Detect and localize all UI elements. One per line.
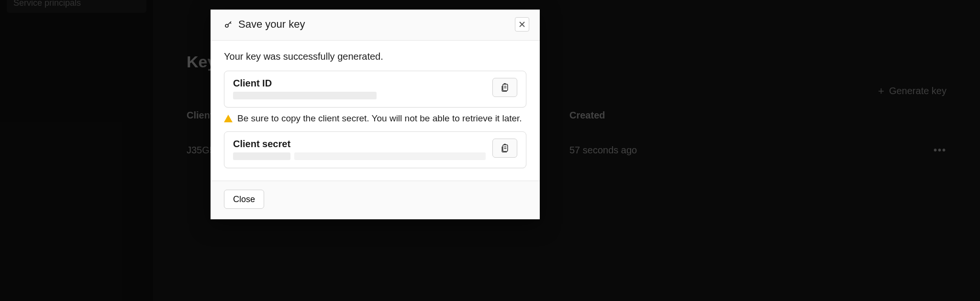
svg-rect-5 [503,84,508,90]
key-icon [224,20,233,29]
close-icon [519,21,525,28]
modal-close-button[interactable] [515,17,529,32]
copy-client-id-button[interactable] [492,78,517,97]
modal-footer: Close [211,181,540,219]
modal-header: Save your key [211,10,540,41]
modal-body: Your key was successfully generated. Cli… [211,41,540,181]
svg-rect-8 [503,145,508,151]
warning-row: Be sure to copy the client secret. You w… [224,113,526,124]
client-secret-label: Client secret [233,139,486,150]
clipboard-icon [500,143,510,153]
close-button[interactable]: Close [224,190,264,209]
svg-line-2 [230,22,231,23]
client-secret-tail-redacted [294,152,486,160]
client-id-label: Client ID [233,78,486,89]
warning-icon [224,115,233,122]
client-secret-card: Client secret [224,131,526,168]
save-key-modal: Save your key Your key was successfully … [211,10,540,219]
copy-client-secret-button[interactable] [492,139,517,158]
client-id-card: Client ID [224,71,526,108]
warning-text: Be sure to copy the client secret. You w… [237,113,522,124]
modal-title: Save your key [238,18,305,31]
modal-message: Your key was successfully generated. [224,51,526,62]
client-id-value-redacted [233,92,377,99]
clipboard-icon [500,83,510,92]
client-secret-value-redacted [233,152,290,160]
svg-point-0 [225,24,228,27]
